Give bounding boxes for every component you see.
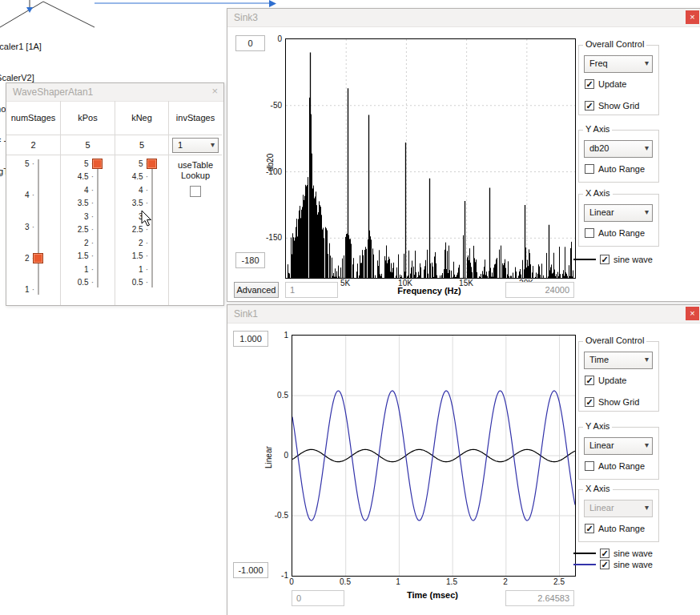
chevron-down-icon: ▾ <box>211 140 215 149</box>
kpos-slider[interactable]: 5·4.5·4·3.5·3·2.5·2·1.5·1·0.5· <box>61 154 115 305</box>
y-tick: -0.5 <box>266 511 288 520</box>
legend-line-sample <box>573 259 596 260</box>
checkbox-icon[interactable]: ✓ <box>585 397 594 407</box>
legend-row: ✓ sine wave <box>573 548 653 559</box>
kneg-slider[interactable]: 5·4.5·4·3.5·3·2.5·2·1.5·1·0.5· <box>115 154 168 305</box>
chevron-down-icon: ▾ <box>645 207 649 216</box>
y-max-field[interactable]: 1.000 <box>233 331 268 347</box>
x-min-field[interactable]: 1 <box>285 282 338 298</box>
usetable-lookup-area: useTable Lookup <box>169 154 222 305</box>
advanced-button[interactable]: Advanced <box>234 282 279 298</box>
checkbox-icon[interactable] <box>585 228 594 238</box>
x-axis-dropdown[interactable]: Linear ▾ <box>584 500 653 517</box>
slider-handle[interactable] <box>92 159 103 169</box>
slider-track <box>97 159 99 287</box>
waveshaper-titlebar[interactable]: WaveShaperAtan1 × <box>6 83 223 102</box>
legend-label: sine wave <box>614 549 653 558</box>
show-grid-checkbox-row[interactable]: ✓ Show Grid <box>585 396 639 408</box>
dropdown-value: Linear <box>589 440 614 450</box>
slider-tick: 5· <box>115 159 148 169</box>
slider-tick: 0.5· <box>115 278 148 287</box>
y-auto-range-row[interactable]: Auto Range <box>585 460 645 472</box>
legend-checkbox[interactable]: ✓ <box>600 549 609 558</box>
x-auto-range-row[interactable]: ✓ Auto Range <box>585 523 645 534</box>
slider-tick: 5· <box>61 159 94 169</box>
usetable-checkbox[interactable] <box>190 186 201 197</box>
close-icon[interactable]: × <box>211 85 218 98</box>
sink1-titlebar[interactable]: Sink1 × <box>227 305 700 324</box>
slider-handle[interactable] <box>147 159 157 169</box>
slider-tick: 1.5· <box>115 251 148 261</box>
checkbox-icon[interactable]: ✓ <box>585 101 594 111</box>
slider-tick: 1· <box>6 285 34 295</box>
close-button[interactable]: × <box>686 10 699 24</box>
y-min-field[interactable]: -180 <box>235 252 265 268</box>
y-tick: 1 <box>266 331 288 340</box>
checkbox-icon[interactable]: ✓ <box>585 524 594 533</box>
waveform-plot[interactable] <box>292 335 576 577</box>
kneg-value[interactable]: 5 <box>115 135 168 155</box>
numstages-slider[interactable]: 5·4·3·2·1· <box>6 154 60 305</box>
slider-tick: 2· <box>115 239 148 248</box>
slider-track <box>38 159 39 295</box>
y-tick: 0.5 <box>266 391 288 400</box>
chevron-down-icon: ▾ <box>645 58 649 67</box>
x-max-field[interactable]: 2.64583 <box>505 590 574 606</box>
legend-checkbox[interactable]: ✓ <box>600 255 609 264</box>
checkbox-icon[interactable]: ✓ <box>585 376 594 385</box>
slider-tick: 4· <box>61 186 94 195</box>
sink3-titlebar[interactable]: Sink3 × <box>227 9 700 27</box>
numstages-value[interactable]: 2 <box>6 135 60 155</box>
waveshaper-window: WaveShaperAtan1 × numStages 2 5·4·3·2·1·… <box>6 82 224 306</box>
usetable-label: useTable <box>169 160 222 170</box>
y-auto-range-row[interactable]: Auto Range <box>585 163 645 175</box>
slider-handle[interactable] <box>33 253 43 263</box>
column-header: numStages <box>6 101 60 135</box>
x-min-field[interactable]: 0 <box>292 590 344 606</box>
dropdown-value: 1 <box>178 140 183 150</box>
dropdown-value: Linear <box>589 207 614 217</box>
x-max-field[interactable]: 24000 <box>505 282 574 298</box>
column-header: kNeg <box>115 101 168 135</box>
usetable-label: Lookup <box>169 171 222 180</box>
legend-row: ✓ sine wave <box>573 559 653 570</box>
x-axis-label: Time (msec) <box>368 590 497 600</box>
update-checkbox-row[interactable]: ✓ Update <box>585 375 626 386</box>
x-axis-group: X Axis Linear ▾ Auto Range <box>578 194 659 247</box>
checkbox-label: Update <box>598 79 626 89</box>
overall-control-group: Overall Control Freq ▾ ✓ Update ✓ Show G… <box>578 45 659 115</box>
overall-dropdown[interactable]: Freq ▾ <box>584 55 653 73</box>
chevron-down-icon: ▾ <box>645 503 649 512</box>
checkbox-icon[interactable] <box>585 461 594 471</box>
y-axis-group: Y Axis Linear ▾ Auto Range <box>578 427 659 480</box>
y-axis-dropdown[interactable]: Linear ▾ <box>584 437 653 455</box>
slider-tick: 2.5· <box>61 225 94 235</box>
legend-checkbox[interactable]: ✓ <box>600 560 609 569</box>
invstages-dropdown[interactable]: 1 ▾ <box>172 138 219 153</box>
y-axis-dropdown[interactable]: db20 ▾ <box>584 140 653 158</box>
update-checkbox-row[interactable]: ✓ Update <box>585 78 626 90</box>
invstages-cell: 1 ▾ <box>169 135 222 155</box>
checkbox-icon[interactable]: ✓ <box>585 79 594 89</box>
spectrum-plot[interactable] <box>285 38 576 279</box>
kpos-value[interactable]: 5 <box>61 135 115 155</box>
x-auto-range-row[interactable]: Auto Range <box>585 227 645 239</box>
wire-arrow-right-icon <box>269 0 276 7</box>
close-button[interactable]: × <box>686 307 699 320</box>
slider-tick: 0.5· <box>61 278 94 287</box>
window-title: Sink1 <box>234 308 258 320</box>
overall-dropdown[interactable]: Time ▾ <box>584 352 653 369</box>
checkbox-icon[interactable] <box>585 164 594 174</box>
slider-tick: 3· <box>61 212 94 222</box>
show-grid-checkbox-row[interactable]: ✓ Show Grid <box>585 100 639 111</box>
checkbox-label: Auto Range <box>598 164 645 174</box>
y-axis-label: Linear <box>264 446 273 468</box>
slider-tick: 1.5· <box>61 251 94 261</box>
dropdown-value: Linear <box>589 503 614 512</box>
y-min-field[interactable]: -1.000 <box>233 562 268 578</box>
checkbox-label: Show Grid <box>598 397 639 407</box>
x-axis-dropdown[interactable]: Linear ▾ <box>584 204 653 222</box>
group-label: Overall Control <box>583 39 646 49</box>
dropdown-value: Time <box>589 355 609 364</box>
dropdown-value: Freq <box>589 58 608 68</box>
